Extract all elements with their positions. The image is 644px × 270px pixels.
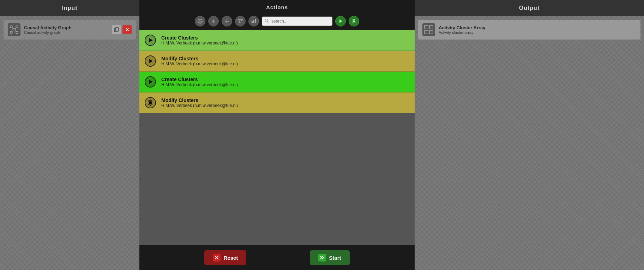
reset-label: Reset: [223, 255, 238, 261]
action-item-1[interactable]: Create Clusters H.M.W. Verbeek (h.m.w.ve…: [139, 30, 415, 51]
activity-cluster-title: Activity Cluster Array: [439, 25, 636, 30]
action-2-title: Modify Clusters: [161, 56, 238, 61]
svg-rect-20: [255, 19, 256, 23]
causal-graph-actions: ✕: [112, 25, 132, 34]
activity-cluster-text: Activity Cluster Array Activity cluster …: [439, 25, 636, 35]
svg-marker-23: [339, 19, 342, 23]
right-panel: Output Activity Cluster Array Activity c…: [415, 0, 644, 270]
start-button[interactable]: Start: [310, 250, 349, 265]
svg-point-24: [353, 20, 355, 22]
input-label: Input: [62, 5, 77, 11]
action-1-author: H.M.W. Verbeek (h.m.w.verbeek@tue.nl): [161, 41, 238, 46]
causal-graph-icon: [8, 23, 20, 36]
start-icon: [318, 254, 326, 262]
causal-graph-title: Causal Activity Graph: [24, 25, 108, 30]
action-3-title: Create Clusters: [161, 77, 238, 82]
settings-icon-btn[interactable]: [349, 16, 359, 26]
action-2-icon: [144, 55, 156, 67]
svg-rect-37: [425, 30, 428, 34]
action-2-author: H.M.W. Verbeek (h.m.w.verbeek@tue.nl): [161, 61, 238, 66]
svg-marker-14: [212, 19, 215, 24]
action-1-title: Create Clusters: [161, 35, 238, 41]
action-4-text: Modify Clusters H.M.W. Verbeek (h.m.w.ve…: [161, 97, 238, 108]
plus-icon-btn[interactable]: [222, 16, 232, 26]
action-item-2[interactable]: Modify Clusters H.M.W. Verbeek (h.m.w.ve…: [139, 51, 415, 72]
action-3-icon: [144, 76, 156, 88]
action-1-icon: [144, 34, 156, 46]
chart-icon-btn[interactable]: [248, 16, 259, 26]
filter-icon-btn[interactable]: [235, 16, 246, 26]
copy-button[interactable]: [112, 25, 121, 34]
globe-icon-btn[interactable]: [195, 16, 205, 26]
dialog-footer: Reset Start: [139, 245, 415, 270]
close-button[interactable]: ✕: [122, 25, 132, 34]
svg-point-21: [265, 19, 268, 22]
search-container: [262, 17, 332, 26]
action-item-4[interactable]: Modify Clusters H.M.W. Verbeek (h.m.w.ve…: [139, 92, 415, 113]
causal-graph-card: Causal Activity Graph Causal activity gr…: [4, 20, 136, 40]
left-panel: Input: [0, 0, 139, 270]
input-panel-body: Causal Activity Graph Causal activity gr…: [0, 16, 139, 270]
activity-cluster-icon: [422, 23, 435, 36]
activity-cluster-card: Activity Cluster Array Activity cluster …: [418, 20, 640, 40]
svg-rect-38: [429, 30, 433, 34]
causal-graph-subtitle: Causal activity graph: [24, 30, 108, 35]
search-icon: [265, 19, 269, 24]
action-item-3[interactable]: Create Clusters H.M.W. Verbeek (h.m.w.ve…: [139, 72, 415, 92]
svg-rect-35: [425, 25, 428, 29]
start-label: Start: [329, 255, 341, 261]
action-4-icon: [144, 97, 156, 109]
svg-marker-17: [238, 19, 242, 23]
output-label: Output: [519, 5, 540, 11]
svg-rect-18: [252, 21, 253, 23]
svg-rect-19: [253, 20, 254, 23]
dialog-title: Actions: [139, 0, 415, 13]
dialog-toolbar: [139, 13, 415, 30]
svg-point-1: [10, 26, 12, 28]
svg-line-22: [267, 22, 269, 23]
reset-icon: [213, 254, 221, 262]
input-panel-header: Input: [0, 0, 139, 16]
causal-graph-text: Causal Activity Graph Causal activity gr…: [24, 25, 108, 35]
output-panel-header: Output: [415, 0, 644, 16]
svg-point-4: [16, 31, 18, 34]
action-4-title: Modify Clusters: [161, 97, 238, 103]
action-2-text: Modify Clusters H.M.W. Verbeek (h.m.w.ve…: [161, 56, 238, 66]
action-4-author: H.M.W. Verbeek (h.m.w.verbeek@tue.nl): [161, 103, 238, 108]
svg-rect-36: [429, 25, 433, 29]
reset-button[interactable]: Reset: [204, 250, 246, 265]
svg-point-3: [10, 31, 12, 34]
action-3-author: H.M.W. Verbeek (h.m.w.verbeek@tue.nl): [161, 82, 238, 87]
activity-cluster-subtitle: Activity cluster array: [439, 30, 636, 35]
run-icon-btn[interactable]: [335, 16, 346, 26]
actions-list: Create Clusters H.M.W. Verbeek (h.m.w.ve…: [139, 30, 415, 245]
search-input[interactable]: [262, 17, 332, 26]
actions-dialog: Actions: [139, 0, 415, 270]
output-panel-body: Activity Cluster Array Activity cluster …: [415, 16, 644, 270]
action-3-text: Create Clusters H.M.W. Verbeek (h.m.w.ve…: [161, 77, 238, 87]
svg-rect-10: [115, 28, 119, 31]
svg-point-2: [16, 26, 18, 28]
action-1-text: Create Clusters H.M.W. Verbeek (h.m.w.ve…: [161, 35, 238, 46]
lightning-icon-btn[interactable]: [208, 16, 219, 26]
